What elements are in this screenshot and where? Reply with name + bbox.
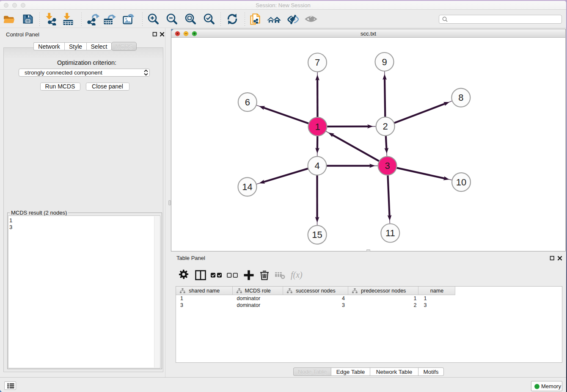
- svg-text:11: 11: [385, 228, 395, 238]
- svg-text:7: 7: [315, 57, 320, 68]
- svg-text:3: 3: [385, 160, 390, 171]
- svg-text:4: 4: [314, 160, 319, 171]
- svg-text:9: 9: [382, 57, 387, 67]
- svg-text:1: 1: [315, 121, 320, 132]
- svg-text:2: 2: [383, 121, 388, 132]
- svg-text:6: 6: [245, 97, 250, 108]
- svg-text:14: 14: [242, 182, 252, 192]
- svg-text:10: 10: [456, 177, 466, 188]
- svg-text:15: 15: [312, 229, 322, 240]
- svg-text:8: 8: [458, 92, 463, 103]
